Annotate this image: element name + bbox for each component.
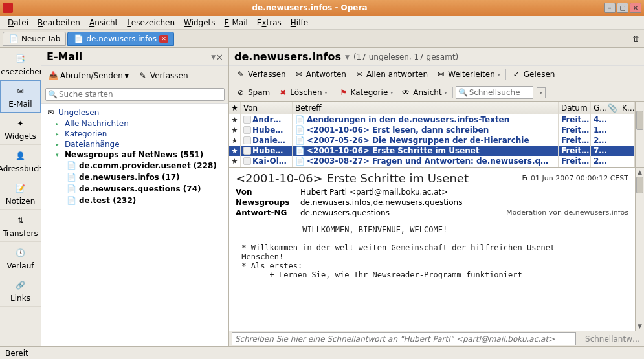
tree-all[interactable]: ▸Alle Nachrichten: [41, 118, 228, 129]
menu-widgets[interactable]: Widgets: [180, 17, 219, 28]
panel-widgets[interactable]: ✦Widgets: [0, 113, 41, 145]
panel-transfers[interactable]: ⇅Transfers: [0, 210, 41, 242]
window-titlebar: de.newusers.infos - Opera – ▢ ✕: [0, 0, 644, 16]
tree-group-item[interactable]: 📄de.newusers.infos (17): [41, 171, 228, 183]
separator: [333, 87, 333, 98]
list-scrollbar[interactable]: [635, 102, 644, 167]
message-rows: ★Andr…📄Aenderungen in den de.newusers.in…: [229, 114, 635, 168]
scrollbar-thumb[interactable]: [636, 177, 643, 193]
message-row[interactable]: ★Kai-Ol…📄<2003-08-27> Fragen und Antwort…: [229, 156, 635, 166]
chevron-down-icon[interactable]: ▾: [390, 90, 393, 96]
col-size[interactable]: G…: [591, 102, 606, 114]
menu-file[interactable]: Datei: [4, 17, 32, 28]
chevron-down-icon[interactable]: ▾: [125, 71, 129, 80]
size-text: 1…: [591, 125, 606, 135]
panel-history[interactable]: 🕓Verlauf: [0, 242, 41, 274]
panel-addressbook[interactable]: 👤Adressbuch: [0, 145, 41, 177]
scroll-up-icon[interactable]: ▲: [636, 168, 644, 177]
compose-icon: ✎: [236, 69, 246, 80]
scrollbar-thumb[interactable]: [636, 111, 643, 130]
col-k[interactable]: K…: [619, 102, 635, 114]
message-row[interactable]: ★Hube…📄<2001-10-06> Erst lesen, dann sch…: [229, 125, 635, 135]
k-cell: [619, 135, 635, 146]
menu-view[interactable]: Ansicht: [85, 17, 122, 28]
chevron-down-icon[interactable]: ▾: [445, 90, 447, 96]
tb-category[interactable]: ⚑Kategorie▾: [336, 86, 396, 99]
star-icon[interactable]: ★: [232, 126, 238, 135]
message-row[interactable]: ★Danie…📄<2007-05-26> Die Newsgruppen der…: [229, 135, 635, 146]
star-icon[interactable]: ★: [232, 157, 238, 166]
tb-reply[interactable]: ✉Antworten: [291, 68, 349, 81]
menu-mail[interactable]: E-Mail: [221, 17, 252, 28]
compose-button[interactable]: ✎Verfassen: [135, 69, 191, 82]
chevron-down-icon[interactable]: ▼: [211, 54, 216, 60]
widgets-icon: ✦: [14, 116, 28, 131]
doc-icon: 📄: [66, 195, 76, 206]
maximize-button[interactable]: ▢: [617, 3, 628, 13]
panel-links[interactable]: 🔗Links: [0, 274, 41, 307]
tree-group-item[interactable]: 📄de.newusers.questions (74): [41, 183, 228, 195]
tab-close-icon[interactable]: ✕: [159, 35, 168, 43]
message-body: WILLKOMMEN, BIENVENUE, WELCOME! * Willko…: [229, 221, 635, 331]
chevron-down-icon[interactable]: ▾: [325, 90, 328, 96]
star-icon[interactable]: ★: [232, 136, 238, 145]
menu-bookmarks[interactable]: Lesezeichen: [123, 17, 179, 28]
date-text: Freit…: [559, 135, 591, 146]
col-subject[interactable]: Betreff: [293, 102, 559, 114]
star-icon[interactable]: ★: [232, 116, 238, 124]
col-star[interactable]: ★: [229, 102, 241, 114]
col-attachment[interactable]: 📎: [606, 102, 619, 114]
message-row[interactable]: ★Hube…📄<2001-10-06> Erste Schritte im Us…: [229, 146, 635, 156]
folder-search-input[interactable]: [45, 88, 225, 101]
message-date: Fr 01 Jun 2007 00:00:12 CEST: [522, 174, 628, 182]
tb-replyall[interactable]: ✉Allen antworten: [351, 68, 430, 81]
subject-text: <2003-08-27> Fragen und Antworten: de.ne…: [307, 157, 548, 166]
tb-delete[interactable]: ✖Löschen▾: [275, 86, 329, 99]
subject-text: <2001-10-06> Erst lesen, dann schreiben: [307, 125, 489, 135]
email-icon: ✉: [14, 84, 28, 98]
tree-newsgroups[interactable]: ▾Newsgroups auf NetNews (551): [41, 149, 228, 160]
tree-categories[interactable]: ▸Kategorien: [41, 129, 228, 139]
chevron-down-icon[interactable]: ▼: [345, 54, 350, 60]
minimize-button[interactable]: –: [604, 3, 616, 13]
panel-close-icon[interactable]: ×: [216, 52, 223, 62]
tree-attachments[interactable]: ▸Dateianhänge: [41, 139, 228, 149]
reply-icon: ✉: [294, 69, 304, 80]
panel-notes[interactable]: 📝Notizen: [0, 177, 41, 210]
menu-edit[interactable]: Bearbeiten: [34, 17, 84, 28]
k-cell: [619, 125, 635, 135]
from-text: Kai-Ol…: [252, 157, 287, 166]
close-button[interactable]: ✕: [630, 3, 641, 13]
attachment-cell: [606, 125, 619, 135]
size-text: 4…: [591, 114, 606, 125]
doc-icon: 📄: [295, 136, 305, 145]
col-from[interactable]: Von: [241, 102, 293, 114]
panel-email[interactable]: ✉E-Mail: [0, 80, 41, 113]
date-text: Freit…: [559, 156, 591, 166]
star-icon[interactable]: ★: [232, 147, 238, 155]
quick-reply-button[interactable]: Schnellantw…: [581, 333, 644, 345]
menu-help[interactable]: Hilfe: [287, 17, 312, 28]
panel-bookmarks[interactable]: 📑Lesezeichen: [0, 48, 41, 80]
attachment-cell: [606, 114, 619, 125]
menu-extras[interactable]: Extras: [253, 17, 285, 28]
tree-unread[interactable]: ✉Ungelesen: [41, 107, 228, 118]
tab-active[interactable]: 📄 de.newusers.infos ✕: [67, 32, 174, 46]
tree-group-item[interactable]: 📄de.comm.provider.usenet (228): [41, 160, 228, 171]
tb-read[interactable]: ✓Gelesen: [509, 68, 558, 81]
tb-view[interactable]: 👁Ansicht▾: [398, 86, 449, 99]
col-date[interactable]: Datum: [559, 102, 591, 114]
scroll-down-icon[interactable]: ▼: [636, 321, 644, 331]
fetch-send-button[interactable]: 📥Abrufen/Senden▾: [45, 69, 131, 82]
tree-group-item[interactable]: 📄de.test (232): [41, 195, 228, 206]
trash-icon[interactable]: 🗑: [631, 34, 641, 44]
preview-scrollbar[interactable]: ▲ ▼: [635, 168, 644, 331]
tab-newtab[interactable]: 📄 Neuer Tab: [3, 32, 66, 46]
tb-spam[interactable]: ⊘Spam: [233, 86, 272, 99]
quick-reply-input[interactable]: [232, 332, 576, 345]
chevron-down-icon[interactable]: ▾: [537, 87, 546, 98]
message-row[interactable]: ★Andr…📄Aenderungen in den de.newusers.in…: [229, 114, 635, 125]
chevron-down-icon[interactable]: ▾: [498, 72, 500, 78]
tb-compose[interactable]: ✎Verfassen: [233, 68, 289, 81]
tb-forward[interactable]: ✉Weiterleiten▾: [433, 68, 503, 81]
